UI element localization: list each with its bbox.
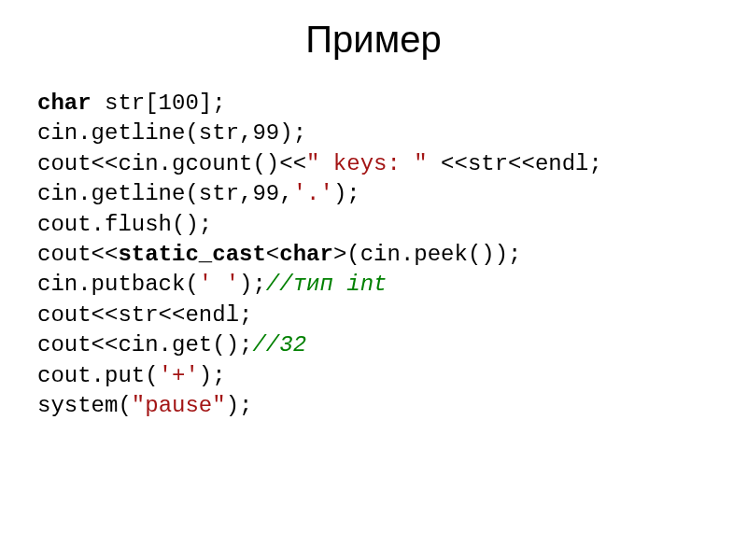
code-text: cout<<str<<endl; xyxy=(37,302,252,328)
comment: //32 xyxy=(252,332,306,357)
code-text: >(cin.peek()); xyxy=(333,242,522,267)
slide: Пример char str[100]; cin.getline(str,99… xyxy=(0,0,747,560)
code-text: cin.getline(str,99, xyxy=(37,181,293,206)
code-text: cout.flush(); xyxy=(37,212,212,237)
comment: //тип int xyxy=(266,272,388,297)
char-literal: '+' xyxy=(159,363,199,388)
code-text: cin.getline(str,99); xyxy=(37,120,306,146)
code-text: str[100]; xyxy=(92,91,226,116)
char-literal: '.' xyxy=(293,181,333,206)
code-text: cout<< xyxy=(37,242,118,267)
char-literal: ' ' xyxy=(199,272,239,297)
code-text: cout<<cin.gcount()<< xyxy=(37,151,306,176)
string-literal: " keys: " xyxy=(306,151,428,176)
code-text: cout<<cin.get(); xyxy=(37,332,252,357)
code-text: ); xyxy=(333,181,360,206)
keyword-char: char xyxy=(37,91,92,116)
keyword-char2: char xyxy=(279,242,333,267)
code-text: cout.put( xyxy=(37,363,159,388)
string-literal: "pause" xyxy=(132,393,226,418)
code-text: ); xyxy=(226,393,253,418)
code-text: <<str<<endl; xyxy=(428,151,602,176)
code-text: cin.putback( xyxy=(37,272,199,297)
page-title: Пример xyxy=(37,19,710,61)
code-text: < xyxy=(266,242,279,267)
keyword-static-cast: static_cast xyxy=(118,242,265,267)
code-text: system( xyxy=(37,393,132,418)
code-block: char str[100]; cin.getline(str,99); cout… xyxy=(37,89,710,421)
code-text: ); xyxy=(239,272,266,297)
code-text: ); xyxy=(199,363,226,388)
